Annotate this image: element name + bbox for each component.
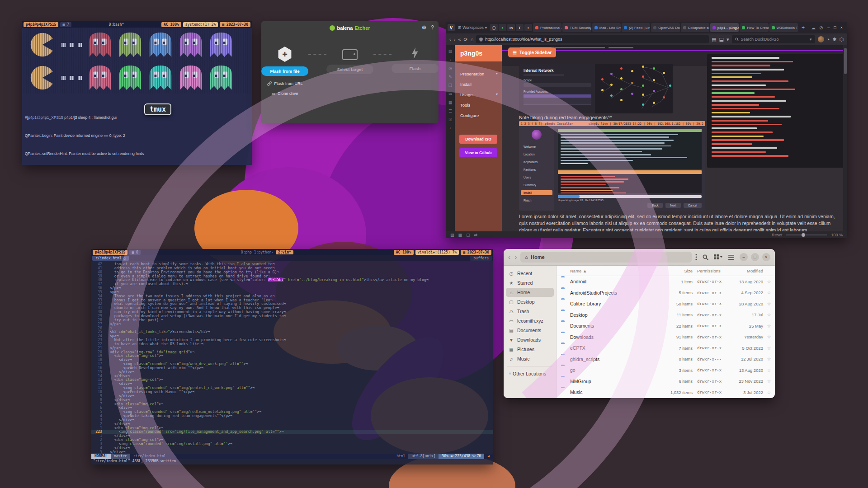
zoom-slider-knob[interactable] (802, 233, 805, 237)
buffer-tab[interactable]: r/index.html ○ (92, 256, 129, 261)
list-column-headers[interactable]: Name ▲ Size Permissions Modified (557, 266, 775, 276)
pinned-tab[interactable]: ● (524, 24, 532, 31)
sidebar-item[interactable]: ▤ Documents (506, 326, 554, 335)
browser-tab[interactable]: OpenVAS Docker-c... (651, 23, 679, 32)
profile-avatar[interactable] (818, 36, 824, 42)
sidebar-item-other-locations[interactable]: + Other Locations (506, 369, 554, 378)
closed-tabs-trash-icon[interactable]: ⊘ (819, 25, 823, 30)
panel-icon[interactable]: ✉ (448, 92, 452, 96)
file-row[interactable]: Android 1 item drwxr-xr-x 13 Aug 2020 ☆ (557, 276, 775, 287)
sidebar-item[interactable]: ★ Starred (506, 278, 554, 287)
star-toggle-icon[interactable]: ☆ (763, 312, 775, 317)
column-modified[interactable]: Modified (729, 268, 763, 273)
panel-toggle-icon[interactable]: ▤ (712, 37, 716, 42)
file-row[interactable]: Documents 22 items drwxr-xr-x 25 May ☆ (557, 320, 775, 332)
site-nav-item[interactable]: Usage▾ (460, 92, 502, 97)
minimize-button[interactable]: – (740, 253, 748, 261)
panel-icon[interactable]: ☑ (448, 117, 452, 122)
browser-tab[interactable]: Mail - Léo Smith - ... (592, 23, 621, 32)
panel-icon[interactable]: + (449, 126, 451, 131)
star-toggle-icon[interactable]: ☆ (763, 346, 775, 351)
pinned-tab[interactable]: ● (499, 24, 506, 31)
view-grid-icon[interactable] (714, 254, 723, 260)
file-row[interactable]: Downloads 91 items drwxr-xr-x Yesterday … (557, 332, 775, 343)
caret-down-icon[interactable]: ▾ (726, 37, 729, 42)
browser-tab[interactable]: (2) Feed | LinkedIn (622, 23, 650, 32)
hamburger-menu-icon[interactable] (728, 255, 734, 260)
star-toggle-icon[interactable]: ☆ (763, 357, 775, 361)
file-row[interactable]: go 3 items drwxr-xr-x 13 Aug 2020 ☆ (557, 365, 775, 376)
select-target-button[interactable]: Select target (326, 65, 373, 74)
panel-icon[interactable]: ❐ (448, 83, 452, 88)
settings-gear-icon[interactable]: ☸ (422, 24, 427, 31)
vivaldi-logo-icon[interactable]: V (448, 24, 455, 31)
panel-icon[interactable]: ◷ (448, 66, 452, 70)
kebab-menu-icon[interactable] (695, 254, 697, 260)
file-row[interactable]: MMGroup 6 items drwxr-xr-x 23 Nov 2022 ☆ (557, 376, 775, 387)
browser-tab[interactable]: W3Schools Tryit Ed... (769, 23, 798, 32)
path-bar[interactable]: ⌂ Home (520, 252, 692, 263)
maximize-button[interactable]: □ (834, 25, 836, 30)
help-icon[interactable]: ? (431, 24, 434, 31)
pinned-tab[interactable]: ◯ (490, 24, 498, 31)
sidebar-item[interactable]: ▢ Desktop (506, 297, 554, 306)
file-row[interactable]: Music 1,032 items drwxr-xr-x 3 Jul 2022 … (557, 387, 775, 398)
panel-icon[interactable]: ▦ (448, 100, 453, 105)
star-toggle-icon[interactable]: ☆ (763, 324, 775, 328)
panel-icon[interactable]: ↓ (449, 57, 452, 62)
search-engine-caret-icon[interactable]: ▾ (810, 37, 812, 42)
scrollbar-thumb[interactable] (844, 48, 847, 74)
file-row[interactable]: Calibre Library 50 items drwxr-xr-x 28 A… (557, 298, 775, 310)
star-toggle-icon[interactable]: ☆ (763, 390, 775, 395)
download-iso-button[interactable]: Download ISO (459, 135, 497, 144)
new-tab-button[interactable]: + (799, 24, 807, 31)
sidebar-item[interactable]: ♺ Trash (506, 307, 554, 316)
sidebar-item[interactable]: ♫ Music (506, 354, 554, 363)
view-github-button[interactable]: View in Github (459, 148, 497, 157)
sidebar-item[interactable]: ⌂ Home (506, 288, 554, 297)
site-nav-item[interactable]: Presentation▾ (460, 71, 502, 76)
home-button[interactable]: ⌂ (471, 37, 474, 42)
file-row[interactable]: eCPTX 7 items drwxr-xr-x 5 Oct 2022 ☆ (557, 343, 775, 354)
file-row[interactable]: AndroidStudioProjects 5 items drwxr-xr-x… (557, 287, 775, 299)
star-toggle-icon[interactable]: ☆ (763, 334, 775, 339)
extension-icon[interactable]: ⬡ (839, 37, 844, 42)
extension-icon[interactable]: ◔ (827, 37, 830, 42)
statusbar-icon[interactable]: ⇄ (474, 233, 478, 237)
close-button[interactable]: × (762, 253, 770, 261)
zoom-slider[interactable] (786, 235, 827, 235)
sidebar-item[interactable]: ◷ Recent (506, 269, 554, 278)
browser-tab[interactable]: TCM Security, Inc. (562, 23, 591, 32)
back-button[interactable]: ‹ (449, 37, 451, 42)
browser-tab[interactable]: Professional / Com... (533, 23, 561, 32)
panel-icon[interactable]: ☰ (448, 109, 452, 113)
column-size[interactable]: Size (664, 268, 693, 273)
star-toggle-icon[interactable]: ☆ (763, 368, 775, 373)
extension-icon[interactable]: ✱ (832, 37, 836, 42)
files-headerbar[interactable]: ‹ › ⌂ Home – □ (504, 249, 775, 266)
sidebar-item[interactable]: ▭ leosmith.xyz (506, 316, 554, 325)
site-nav-item[interactable]: Install (460, 82, 502, 87)
sidebar-item[interactable]: ▦ Pictures (506, 345, 554, 354)
file-row[interactable]: ghidra_scripts 0 items drwxr-x--- 12 Jul… (557, 354, 775, 365)
file-row[interactable]: Desktop 11 items drwxr-xr-x 17 Jul ☆ (557, 310, 775, 321)
zoom-reset-label[interactable]: Reset (772, 233, 783, 237)
browser-tab[interactable]: Collapsible sidebar... (681, 23, 709, 32)
statusbar-icon[interactable]: ▧ (450, 233, 454, 237)
file-row[interactable]: nuclei_templates 31 items drwxr-xr-x 17 … (557, 398, 775, 399)
panel-icon[interactable]: ▤ (448, 49, 453, 53)
page-scrollbar[interactable] (843, 45, 847, 231)
rewind-button[interactable]: « (458, 37, 461, 42)
etcher-titlebar[interactable]: balenaEtcher ☸ ? (261, 21, 439, 35)
close-button[interactable]: × (840, 25, 843, 30)
pinned-tab[interactable]: T (516, 24, 524, 31)
vim-code-area[interactable]: 42 iso at each boot to simplify some tas… (91, 261, 493, 454)
pinned-tab[interactable]: in (507, 24, 515, 31)
panel-icon[interactable]: ✎ (448, 75, 452, 79)
terminal-output[interactable]: #[p4p1@p4p1_XPS15 p4p1/]$ sleep 4 ; flam… (22, 94, 252, 165)
column-permissions[interactable]: Permissions (693, 268, 729, 273)
column-name[interactable]: Name ▲ (570, 268, 664, 273)
capture-icon[interactable]: ⬓ (719, 37, 724, 42)
browser-tab[interactable]: p4p1 - p3ng0s Docum (710, 23, 739, 32)
reload-button[interactable]: ⟳ (463, 37, 467, 42)
